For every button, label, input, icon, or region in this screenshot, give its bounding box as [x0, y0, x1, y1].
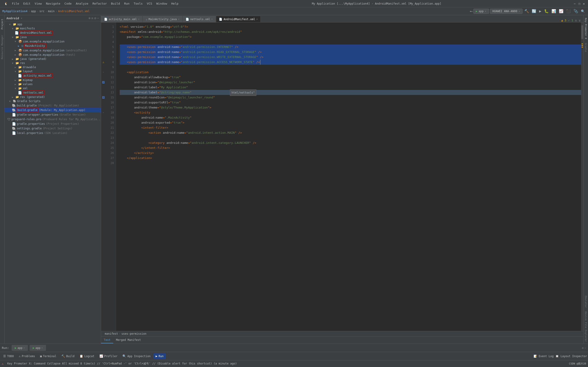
minimize-button[interactable]: −: [573, 2, 577, 6]
tree-item-mipmap[interactable]: ▶ 📂 mipmap: [5, 78, 101, 82]
toolbar-run[interactable]: ▶ Run: [153, 353, 166, 359]
menu-bar[interactable]: 🐧 File Edit View Navigate Code Analyze R…: [2, 1, 180, 6]
breadcrumb-app[interactable]: app: [31, 10, 36, 13]
toolbar-profiler[interactable]: 📈 Profiler: [97, 353, 120, 359]
back-button[interactable]: ⟵: [470, 9, 473, 13]
fold-icon-18[interactable]: ▾: [103, 110, 104, 115]
run-button[interactable]: ▶: [538, 8, 542, 14]
menu-run[interactable]: Run: [122, 1, 131, 6]
tree-item-package-androidtest[interactable]: ▶ 📦 com.example.myapplication (androidTe…: [5, 48, 101, 52]
tree-item-activity-main[interactable]: 📄 activity_main.xml: [5, 73, 101, 78]
close-button[interactable]: ✕: [582, 2, 586, 6]
coverage-button[interactable]: 📊: [551, 8, 557, 14]
tab-text[interactable]: Text: [101, 337, 113, 343]
csdn-item[interactable]: CSDN @图片20: [569, 362, 586, 365]
device-selector[interactable]: HUAWEI ANA-AN00 ▾: [490, 9, 523, 14]
tab-nettools[interactable]: 📄 nettools.xml ✕: [183, 16, 216, 22]
run-tool-settings-icon[interactable]: ⚙: [582, 346, 584, 350]
maximize-button[interactable]: ❐: [578, 2, 581, 6]
tree-item-local-properties[interactable]: 📄 local.properties (SDK Location): [5, 131, 101, 135]
breadcrumb-main[interactable]: main: [48, 10, 55, 13]
run-tool-minimize-icon[interactable]: −: [585, 346, 586, 350]
key-promoter-tab[interactable]: Key Promoter X: [584, 16, 587, 41]
toolbar-todo[interactable]: ☰ TODO: [1, 353, 16, 359]
event-log-button[interactable]: 📝 Event Log: [534, 355, 553, 358]
tree-item-res[interactable]: ▼ 📂 res: [5, 61, 101, 65]
menu-navigate[interactable]: Navigate: [44, 1, 62, 6]
tab-close-activity-main[interactable]: ✕: [138, 18, 140, 21]
panel-settings-icon[interactable]: ⚙: [94, 16, 96, 20]
sync-button[interactable]: 🔄: [531, 8, 537, 14]
panel-expand-icon[interactable]: ≡: [91, 16, 93, 20]
menu-view[interactable]: View: [33, 1, 44, 6]
code-content[interactable]: <?xml version="1.0" encoding="utf-8"?> <…: [116, 23, 581, 331]
tree-item-drawable[interactable]: ▶ 📂 drawable: [5, 65, 101, 69]
menu-file[interactable]: File: [10, 1, 21, 6]
make-button[interactable]: 🔨: [523, 8, 530, 14]
run-tab-close-1[interactable]: ✕: [23, 346, 25, 349]
emulator-tab[interactable]: Emulator: [584, 294, 587, 310]
breadcrumb-file[interactable]: AndroidManifest.xml: [58, 10, 90, 13]
device-dropdown-icon[interactable]: ▾: [519, 10, 520, 13]
toolbar-problems[interactable]: ⚠ Problems: [17, 353, 37, 359]
menu-analyze[interactable]: Analyze: [74, 1, 90, 6]
search-everywhere-button[interactable]: 🔍: [580, 9, 586, 14]
tab-mainactivity[interactable]: ☕ MainActivity.java ✕: [143, 16, 182, 22]
tree-item-res-generated[interactable]: ▶ 📂 res (generated): [5, 95, 101, 99]
toolbar-build[interactable]: 🔨 Build: [59, 353, 77, 359]
tree-item-java-generated[interactable]: ▶ 📂 java (generated): [5, 57, 101, 61]
menu-linux[interactable]: 🐧: [2, 1, 10, 6]
breadcrumb-project[interactable]: MyApplication4: [2, 9, 27, 13]
layout-inspector-button[interactable]: 🔲 Layout Inspector: [555, 355, 587, 358]
tab-merged-manifest[interactable]: Merged Manifest: [113, 337, 144, 343]
menu-tools[interactable]: Tools: [132, 1, 145, 6]
menu-build[interactable]: Build: [109, 1, 122, 6]
tab-close-nettools[interactable]: ✕: [211, 18, 213, 21]
run-tab-app-1[interactable]: ▶ app ✕: [12, 345, 28, 351]
panel-scope-icon[interactable]: ⊕: [88, 16, 90, 20]
attach-button[interactable]: 📎: [573, 8, 579, 14]
panel-dropdown-icon[interactable]: ▾: [21, 17, 23, 20]
menu-help[interactable]: Help: [170, 1, 180, 6]
tree-item-androidmanifest[interactable]: 📄 AndroidManifest.xml: [5, 31, 101, 35]
tree-item-values[interactable]: ▶ 📂 values: [5, 82, 101, 86]
tree-item-manifests[interactable]: ▼ 📂 manifests: [5, 26, 101, 31]
toolbar-terminal[interactable]: ▣ Terminal: [38, 353, 59, 359]
tree-item-gradle-scripts[interactable]: ▼ 🐘 Gradle Scripts: [5, 99, 101, 103]
tab-androidmanifest[interactable]: 📄 AndroidManifest.xml ✕: [216, 16, 261, 22]
nav-down-icon[interactable]: ∨: [579, 19, 581, 22]
breadcrumb-manifest[interactable]: manifest: [105, 332, 118, 335]
config-selector[interactable]: ▶ app ▾: [473, 9, 489, 14]
tree-item-xml-folder[interactable]: ▼ 📂 xml: [5, 86, 101, 90]
tree-item-package-main[interactable]: ▼ 📦 com.example.myapplication: [5, 39, 101, 44]
tree-item-package-test[interactable]: ▶ 📦 com.example.myapplication (test): [5, 52, 101, 57]
image-preview-icon-15[interactable]: 🖼: [102, 95, 105, 100]
debug-button[interactable]: 🐛: [543, 8, 550, 14]
tree-item-build-gradle-module[interactable]: 🐘 build.gradle (Module: My_Application.a…: [5, 108, 101, 112]
panel-close-icon[interactable]: −: [97, 16, 99, 20]
run-tab-close-2[interactable]: ✕: [41, 346, 43, 349]
stop-button[interactable]: ⬛: [565, 8, 572, 14]
tab-close-mainactivity[interactable]: ✕: [178, 18, 180, 21]
tree-item-gradle-wrapper[interactable]: 📄 gradle-wrapper.properties (Gradle Vers…: [5, 112, 101, 117]
vertical-scrollbar[interactable]: [581, 23, 583, 331]
tab-close-androidmanifest[interactable]: ✕: [256, 18, 258, 21]
menu-code[interactable]: Code: [63, 1, 73, 6]
tab-activity-main[interactable]: 📄 activity_main.xml ✕: [101, 16, 142, 22]
tree-item-nettools[interactable]: 📄 nettools.xml: [5, 90, 101, 95]
tree-item-gradle-properties[interactable]: 📄 gradle.properties (Project Properties): [5, 122, 101, 126]
run-tab-app-2[interactable]: ▶ app ✕: [30, 345, 46, 351]
menu-edit[interactable]: Edit: [21, 1, 32, 6]
nav-up-icon[interactable]: ∧: [575, 19, 577, 22]
project-tab[interactable]: Project: [1, 16, 4, 32]
breadcrumb-uses-permission[interactable]: uses-permission: [121, 332, 146, 335]
resource-manager-tab[interactable]: Resource Manager: [1, 32, 4, 62]
breadcrumb-src[interactable]: src: [40, 10, 44, 13]
fold-icon-10[interactable]: ▾: [103, 70, 104, 75]
tree-item-build-gradle-project[interactable]: 🐘 build.gradle (Project: My_Application): [5, 103, 101, 108]
gradle-tab[interactable]: Gradle: [584, 41, 587, 54]
toolbar-logcat[interactable]: 📋 Logcat: [77, 353, 96, 359]
code-editor[interactable]: ⚠ ▾ 🖼 🖼 ▾: [101, 23, 583, 331]
menu-window[interactable]: Window: [155, 1, 169, 6]
device-file-explorer-tab[interactable]: Device File Explorer: [584, 310, 587, 344]
